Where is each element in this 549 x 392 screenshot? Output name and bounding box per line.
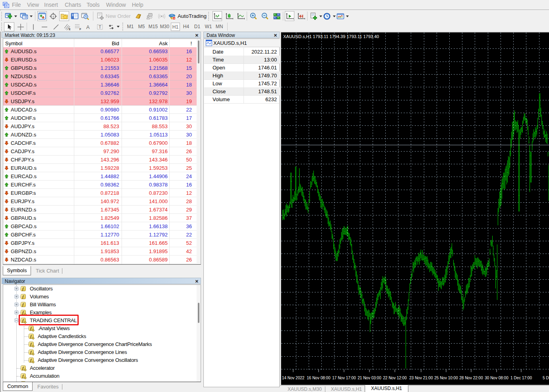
svg-text:30 Nov 08:00: 30 Nov 08:00 [485, 376, 508, 380]
svg-text:16 Nov 08:00: 16 Nov 08:00 [307, 376, 331, 380]
svg-text:E: E [69, 28, 71, 31]
svg-text:T: T [99, 25, 101, 29]
svg-text:5 Dec 02:00: 5 Dec 02:00 [543, 376, 549, 380]
svg-text:F: F [79, 28, 81, 31]
svg-text:A: A [86, 24, 90, 30]
svg-text:28 Nov 22:00: 28 Nov 22:00 [459, 376, 483, 380]
svg-text:23 Nov 21:00: 23 Nov 21:00 [409, 376, 433, 380]
svg-text:25 Nov 10:00: 25 Nov 10:00 [434, 376, 458, 380]
svg-text:17 Nov 17:00: 17 Nov 17:00 [332, 376, 356, 380]
svg-text:14 Nov 2022: 14 Nov 2022 [282, 376, 305, 380]
svg-text:21 Nov 03:00: 21 Nov 03:00 [358, 376, 381, 380]
svg-text:22 Nov 12:00: 22 Nov 12:00 [383, 376, 407, 380]
svg-text:XAUUSD.s,H1 1793.11 1794.39 1: XAUUSD.s,H1 1793.11 1794.39 1793.11 1793… [283, 34, 379, 39]
svg-text:1 Dec 17:00: 1 Dec 17:00 [510, 376, 532, 380]
